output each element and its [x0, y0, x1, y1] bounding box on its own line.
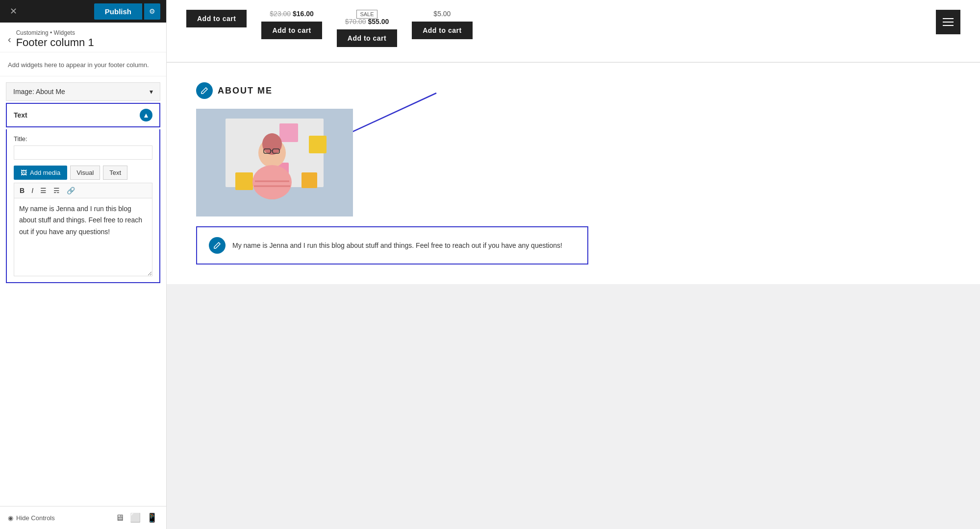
desktop-button[interactable]: 🖥 — [114, 511, 125, 524]
shop-section: Add to cart $23.00 $16.00 Add to cart SA… — [167, 0, 980, 62]
visual-button[interactable]: Visual — [70, 166, 100, 180]
description-text: Add widgets here to appear in your foote… — [8, 61, 149, 69]
hamburger-line-2 — [943, 22, 954, 23]
shop-item-3: SALE $70.00 $55.00 Add to cart — [337, 10, 397, 47]
link-button[interactable]: 🔗 — [64, 185, 77, 196]
bold-button[interactable]: B — [17, 185, 27, 196]
svg-point-17 — [252, 165, 292, 199]
add-media-label: Add media — [30, 169, 60, 176]
editor-content: My name is Jenna and I run this blog abo… — [19, 205, 142, 236]
svg-rect-7 — [309, 136, 327, 153]
breadcrumb-title: Footer column 1 — [16, 36, 94, 49]
about-title-row: ABOUT ME — [196, 82, 951, 99]
price-area-2: $23.00 $16.00 — [270, 10, 314, 18]
add-to-cart-button-1[interactable]: Add to cart — [186, 10, 247, 27]
image-widget-item[interactable]: Image: About Me ▾ — [6, 82, 160, 101]
about-image-svg — [196, 109, 353, 216]
nav-bar: ‹ Customizing • Widgets Footer column 1 — [0, 23, 166, 52]
about-image — [196, 109, 353, 216]
price-original-2: $23.00 — [270, 10, 291, 18]
breadcrumb-path: Customizing • Widgets — [16, 29, 94, 36]
price-sale-3: $55.00 — [368, 18, 389, 25]
unordered-list-button[interactable]: ☰ — [38, 185, 49, 196]
media-toolbar: 🖼 Add media Visual Text — [14, 166, 152, 180]
shop-row: Add to cart $23.00 $16.00 Add to cart SA… — [186, 10, 960, 47]
title-input[interactable] — [14, 145, 152, 160]
shop-item-4: $5.00 Add to cart — [412, 10, 472, 39]
add-media-icon: 🖼 — [21, 169, 27, 176]
left-panel: ✕ Publish ⚙ ‹ Customizing • Widgets Foot… — [0, 0, 167, 529]
text-button[interactable]: Text — [103, 166, 127, 180]
svg-rect-10 — [302, 172, 317, 188]
price-area-3: SALE $70.00 $55.00 — [345, 10, 389, 25]
back-button[interactable]: ‹ — [8, 34, 11, 45]
mobile-button[interactable]: 📱 — [146, 511, 158, 524]
image-widget-label: Image: About Me — [13, 88, 65, 96]
breadcrumb-area: Customizing • Widgets Footer column 1 — [16, 29, 94, 49]
price-original-3: $70.00 — [345, 18, 366, 25]
hamburger-line-1 — [943, 18, 954, 19]
price-sale-2: $16.00 — [293, 10, 314, 18]
widgets-list: Image: About Me ▾ Text ▲ Title: 🖼 Add me… — [0, 76, 166, 283]
about-text-edit-icon[interactable] — [209, 237, 226, 254]
about-bio-text: My name is Jenna and I run this blog abo… — [232, 240, 562, 251]
device-buttons: 🖥 ⬜ 📱 — [114, 511, 158, 524]
about-title: ABOUT ME — [218, 86, 273, 96]
hamburger-menu-icon[interactable] — [936, 10, 960, 34]
text-widget-label: Text — [14, 111, 27, 119]
widget-expand-button[interactable]: ▲ — [140, 109, 152, 121]
ordered-list-button[interactable]: ☴ — [51, 185, 62, 196]
bottom-bar: ◉ Hide Controls 🖥 ⬜ 📱 — [0, 506, 166, 529]
shop-item-1: Add to cart — [186, 10, 247, 27]
price-single-4: $5.00 — [433, 10, 451, 18]
publish-button[interactable]: Publish — [94, 3, 142, 20]
about-edit-icon[interactable] — [196, 82, 213, 99]
format-bar: B I ☰ ☴ 🔗 — [14, 183, 152, 198]
add-media-button[interactable]: 🖼 Add media — [14, 166, 67, 180]
add-to-cart-button-4[interactable]: Add to cart — [412, 22, 472, 39]
hamburger-line-3 — [943, 25, 954, 26]
add-to-cart-button-3[interactable]: Add to cart — [337, 29, 397, 47]
italic-button[interactable]: I — [29, 185, 36, 196]
preview-area: Add to cart $23.00 $16.00 Add to cart SA… — [167, 0, 980, 529]
hide-controls-icon: ◉ — [8, 514, 13, 522]
svg-rect-9 — [235, 172, 253, 190]
editor-area[interactable]: My name is Jenna and I run this blog abo… — [14, 198, 152, 276]
image-widget-arrow: ▾ — [150, 88, 153, 96]
close-button[interactable]: ✕ — [6, 4, 21, 19]
widget-editor: Title: 🖼 Add media Visual Text B I ☰ ☴ 🔗… — [6, 129, 160, 283]
description-area: Add widgets here to appear in your foote… — [0, 52, 166, 76]
title-label: Title: — [14, 135, 152, 143]
settings-button[interactable]: ⚙ — [144, 3, 160, 20]
hide-controls-label: Hide Controls — [16, 514, 55, 522]
shop-item-2: $23.00 $16.00 Add to cart — [261, 10, 322, 39]
svg-point-12 — [262, 133, 282, 155]
text-widget-item[interactable]: Text ▲ — [6, 103, 160, 127]
about-text-box: My name is Jenna and I run this blog abo… — [196, 226, 588, 264]
svg-rect-6 — [279, 123, 298, 142]
top-bar: ✕ Publish ⚙ — [0, 0, 166, 23]
about-section: ABOUT ME — [167, 63, 980, 284]
tablet-button[interactable]: ⬜ — [129, 511, 142, 524]
publish-area: Publish ⚙ — [94, 3, 160, 20]
hide-controls-button[interactable]: ◉ Hide Controls — [8, 514, 55, 522]
add-to-cart-button-2[interactable]: Add to cart — [261, 22, 322, 39]
